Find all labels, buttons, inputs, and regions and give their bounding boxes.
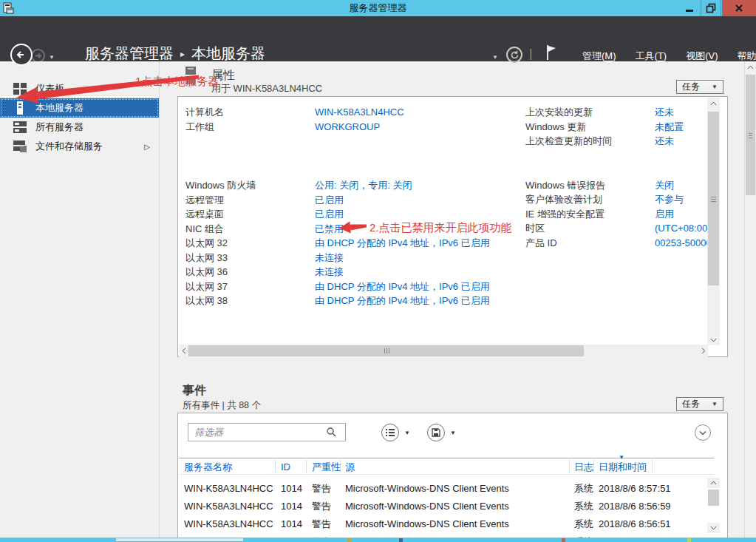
- property-value-link[interactable]: 未连接: [315, 252, 344, 263]
- notifications-flag-icon[interactable]: [545, 44, 558, 63]
- property-label: 计算机名: [185, 105, 315, 120]
- chevron-down-icon[interactable]: ▼: [404, 430, 410, 436]
- menu-item-2[interactable]: 工具(T): [636, 50, 667, 63]
- sort-descending-icon[interactable]: ▼: [619, 454, 624, 461]
- scroll-down-icon[interactable]: [707, 334, 720, 345]
- taskbar-window-button[interactable]: [115, 538, 244, 542]
- sidebar-item-1[interactable]: 仪表板: [0, 79, 159, 98]
- properties-horizontal-scrollbar[interactable]: [179, 345, 708, 357]
- column-header-2[interactable]: ID: [281, 458, 290, 475]
- event-row[interactable]: WIN-K58A3LN4HCC1014警告Microsoft-Windows-D…: [179, 480, 714, 498]
- property-value-link[interactable]: 未配置: [655, 120, 708, 135]
- property-value-link[interactable]: 00253-50000-0: [655, 236, 708, 251]
- breadcrumb-root[interactable]: 服务器管理器: [85, 45, 174, 61]
- property-value-link[interactable]: 公用: 关闭，专用: 关闭: [315, 180, 412, 191]
- property-value-link[interactable]: (UTC+08:00)北: [655, 221, 708, 236]
- window-title: 服务器管理器: [0, 0, 756, 16]
- property-label: 以太网 32: [185, 236, 315, 251]
- scroll-up-icon[interactable]: [745, 61, 756, 73]
- scroll-thumb[interactable]: [708, 490, 719, 506]
- scroll-thumb[interactable]: [188, 345, 584, 356]
- property-value-link[interactable]: 还未: [655, 134, 708, 149]
- breadcrumb-separator-icon: ▸: [180, 49, 185, 59]
- events-tasks-label: 任务: [682, 398, 700, 410]
- property-value-link[interactable]: WIN-K58A3LN4HCC: [315, 106, 404, 118]
- scroll-thumb[interactable]: [746, 75, 755, 195]
- chevron-down-icon: ▼: [712, 84, 718, 90]
- properties-title: 属性: [211, 68, 235, 84]
- save-query-button[interactable]: [427, 424, 445, 441]
- property-value-link[interactable]: WORKGROUP: [315, 121, 380, 132]
- menu-item-1[interactable]: 管理(M): [582, 50, 616, 63]
- property-value-link[interactable]: 未连接: [315, 266, 344, 277]
- property-value-link[interactable]: 已启用: [315, 209, 344, 220]
- property-label: 以太网 37: [185, 280, 315, 294]
- property-value-link[interactable]: 已禁用: [315, 223, 344, 234]
- property-value-link[interactable]: 不参与: [655, 192, 708, 207]
- properties-server-icon: [183, 65, 198, 88]
- dashboard-icon: [13, 83, 28, 95]
- events-vertical-scrollbar[interactable]: [707, 478, 720, 533]
- menu-item-3[interactable]: 视图(V): [686, 50, 718, 63]
- filter-input[interactable]: [188, 423, 346, 441]
- breadcrumb-current[interactable]: 本地服务器: [191, 45, 265, 61]
- refresh-button[interactable]: [506, 47, 522, 63]
- header-menus: 管理(M)工具(T)视图(V)帮助(H): [582, 50, 756, 63]
- scroll-up-icon[interactable]: [707, 478, 720, 488]
- header-divider: |: [529, 47, 532, 61]
- main-vertical-scrollbar[interactable]: [744, 61, 756, 542]
- scroll-thumb[interactable]: [708, 112, 719, 285]
- search-icon[interactable]: [326, 427, 336, 439]
- property-value-link[interactable]: 启用: [655, 207, 708, 222]
- scroll-down-icon[interactable]: [707, 523, 720, 533]
- event-cell-source: Microsoft-Windows-DNS Client Events: [345, 480, 567, 498]
- scroll-left-icon[interactable]: [179, 345, 188, 357]
- column-header-5[interactable]: 日志: [574, 458, 593, 475]
- sidebar-item-label: 文件和存储服务: [35, 140, 103, 153]
- restore-button[interactable]: [701, 0, 721, 16]
- events-tasks-button[interactable]: 任务▼: [676, 397, 723, 411]
- property-value-link[interactable]: 由 DHCP 分配的 IPv4 地址，IPv6 已启用: [315, 295, 490, 306]
- sidebar-item-2[interactable]: 本地服务器: [0, 98, 159, 118]
- property-value-link[interactable]: 由 DHCP 分配的 IPv4 地址，IPv6 已启用: [315, 237, 490, 248]
- property-label: 远程管理: [185, 193, 315, 208]
- close-button[interactable]: [722, 0, 756, 16]
- column-header-6[interactable]: 日期和时间: [599, 458, 647, 475]
- nav-history-caret-icon[interactable]: ▼: [49, 54, 55, 61]
- properties-vertical-scrollbar[interactable]: [707, 98, 720, 345]
- property-value-link[interactable]: 由 DHCP 分配的 IPv4 地址，IPv6 已启用: [315, 281, 490, 292]
- scroll-right-icon[interactable]: [698, 345, 708, 357]
- column-header-4[interactable]: 源: [345, 458, 355, 475]
- collapse-section-button[interactable]: [695, 424, 711, 441]
- event-row[interactable]: WIN-K58A3LN4HCC1014警告Microsoft-Windows-D…: [179, 498, 714, 515]
- property-label: 以太网 33: [185, 251, 315, 265]
- property-value-link[interactable]: 还未: [655, 105, 708, 120]
- scroll-up-icon[interactable]: [707, 98, 720, 109]
- event-row[interactable]: WIN-K58A3LN4HCC1014警告Microsoft-Windows-D…: [179, 515, 714, 533]
- events-title: 事件: [183, 383, 206, 399]
- property-row: 以太网 32由 DHCP 分配的 IPv4 地址，IPv6 已启用: [185, 236, 522, 251]
- event-cell-severity: 警告: [312, 498, 345, 515]
- sidebar-item-4[interactable]: 文件和存储服务▷: [0, 137, 159, 156]
- scope-caret-icon[interactable]: ▼: [492, 54, 498, 61]
- sidebar-item-label: 所有服务器: [35, 121, 84, 134]
- property-row: 远程桌面已启用: [185, 207, 522, 222]
- sidebar-item-3[interactable]: 所有服务器: [0, 118, 159, 137]
- back-button[interactable]: [10, 44, 33, 66]
- minimize-button[interactable]: [679, 0, 700, 16]
- expand-arrow-icon[interactable]: ▷: [144, 143, 150, 151]
- events-table-header: 服务器名称ID严重性源日志日期和时间: [179, 458, 714, 475]
- events-panel: ▼ ▼ 服务器名称ID严重性源日志日期和时间 ▼ WIN-K58A3LN4HCC…: [177, 413, 728, 542]
- property-value-link[interactable]: 关闭: [655, 178, 708, 193]
- property-value-link[interactable]: 已启用: [315, 194, 344, 206]
- taskbar-strip[interactable]: [0, 538, 756, 542]
- event-cell-datetime: 2018/8/6 8:57:51: [599, 480, 706, 498]
- column-header-3[interactable]: 严重性: [312, 458, 341, 475]
- chevron-down-icon: ▼: [712, 401, 718, 407]
- event-cell-source: Microsoft-Windows-DNS Client Events: [345, 515, 567, 533]
- column-header-1[interactable]: 服务器名称: [184, 458, 232, 475]
- query-list-button[interactable]: [381, 424, 399, 441]
- property-row: Windows 防火墙公用: 关闭，专用: 关闭: [185, 178, 522, 193]
- chevron-down-icon[interactable]: ▼: [450, 430, 456, 436]
- properties-tasks-button[interactable]: 任务▼: [676, 80, 723, 94]
